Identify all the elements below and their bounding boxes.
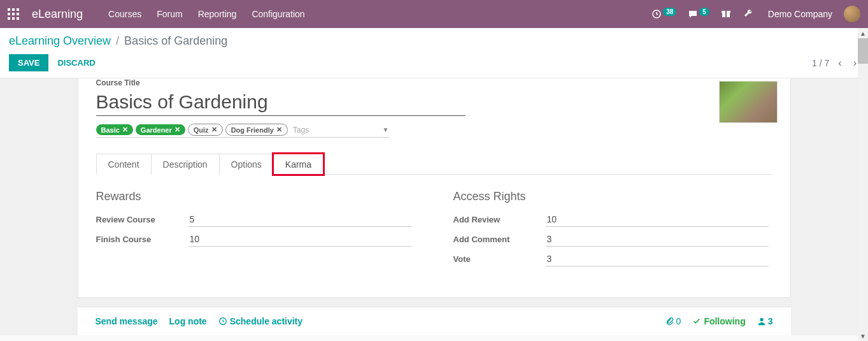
rewards-title: Rewards [96,190,415,203]
breadcrumb-current: Basics of Gardening [124,34,227,48]
top-nav: Courses Forum Reporting Configuration [108,9,305,19]
nav-configuration[interactable]: Configuration [252,9,304,19]
tag-dog-friendly: Dog Friendly✕ [225,124,288,136]
pager-text: 1 / 7 [812,58,829,68]
svg-rect-3 [725,11,727,17]
messages-badge: 5 [699,8,709,16]
form-sheet: Course Title Basics of Gardening Basic✕ … [78,78,791,298]
breadcrumb: eLearning Overview / Basics of Gardening [9,34,859,48]
send-message-button[interactable]: Send message [96,316,158,326]
vote-label: Vote [453,254,546,264]
company-name[interactable]: Demo Company [768,9,832,19]
following-button[interactable]: Following [692,316,745,326]
course-title-label: Course Title [96,78,772,87]
svg-point-5 [760,318,763,321]
activity-icon[interactable]: 38 [651,9,676,19]
tags-field[interactable]: Basic✕ Gardener✕ Quiz✕ Dog Friendly✕ Tag… [96,124,389,138]
course-image[interactable] [719,81,778,123]
scroll-up-icon[interactable]: ▲ [858,28,868,38]
finish-course-label: Finish Course [96,235,189,244]
tab-content[interactable]: Content [96,154,152,175]
add-review-label: Add Review [453,215,546,224]
pager: 1 / 7 ‹ › [812,56,859,70]
add-comment-label: Add Comment [453,235,546,244]
log-note-button[interactable]: Log note [169,316,207,326]
review-course-label: Review Course [96,215,189,224]
course-title-input[interactable]: Basics of Gardening [96,87,466,116]
pager-prev-icon[interactable]: ‹ [836,56,844,70]
review-course-input[interactable]: 5 [189,212,411,227]
person-icon [757,317,766,326]
tag-remove-icon[interactable]: ✕ [211,126,217,134]
avatar[interactable] [844,6,860,22]
tab-karma[interactable]: Karma [273,154,324,175]
clock-icon [218,317,227,326]
karma-panel: Rewards Review Course 5 Finish Course 10… [96,190,772,272]
add-comment-input[interactable]: 3 [546,232,769,247]
access-rights-section: Access Rights Add Review 10 Add Comment … [453,190,772,272]
tag-gardener: Gardener✕ [136,124,185,135]
tag-basic: Basic✕ [96,124,133,135]
finish-course-input[interactable]: 10 [189,232,411,247]
vote-input[interactable]: 3 [546,252,769,266]
breadcrumb-sep: / [116,34,119,48]
topbar-right: 38 5 Demo Company [651,6,860,22]
tab-options[interactable]: Options [219,154,274,175]
save-button[interactable]: SAVE [9,54,48,71]
breadcrumb-parent[interactable]: eLearning Overview [9,34,111,48]
gift-icon[interactable] [721,8,731,20]
wrench-icon[interactable] [743,8,753,20]
tab-description[interactable]: Description [151,154,220,175]
tag-remove-icon[interactable]: ✕ [276,126,282,134]
attachments-button[interactable]: 0 [665,316,681,326]
discard-button[interactable]: DISCARD [48,54,104,71]
tag-remove-icon[interactable]: ✕ [122,126,128,134]
nav-reporting[interactable]: Reporting [198,9,237,19]
form-wrap: Course Title Basics of Gardening Basic✕ … [0,78,868,335]
scroll-down-icon[interactable]: ▼ [858,331,868,335]
messages-icon[interactable]: 5 [688,9,709,19]
top-navbar: eLearning Courses Forum Reporting Config… [0,0,868,28]
check-icon [692,317,701,326]
action-row: SAVE DISCARD 1 / 7 ‹ › [9,48,859,78]
nav-courses[interactable]: Courses [108,9,141,19]
schedule-activity-button[interactable]: Schedule activity [218,316,302,326]
nav-forum[interactable]: Forum [157,9,182,19]
apps-icon[interactable] [8,8,19,20]
tags-placeholder: Tags [293,126,380,134]
chatter-bar: Send message Log note Schedule activity … [78,307,791,335]
breadcrumb-bar: eLearning Overview / Basics of Gardening… [0,28,868,78]
paperclip-icon [665,317,674,326]
tag-quiz: Quiz✕ [188,124,223,136]
scrollbar[interactable]: ▲ ▼ [858,28,868,335]
tabs: Content Description Options Karma [96,153,772,175]
followers-button[interactable]: 3 [757,316,773,326]
scroll-thumb[interactable] [858,38,868,64]
access-title: Access Rights [453,190,772,203]
rewards-section: Rewards Review Course 5 Finish Course 10 [96,190,415,272]
app-brand[interactable]: eLearning [32,8,83,21]
chevron-down-icon[interactable]: ▼ [383,126,389,133]
activity-badge: 38 [663,8,676,16]
tag-remove-icon[interactable]: ✕ [174,126,180,134]
add-review-input[interactable]: 10 [546,212,769,227]
